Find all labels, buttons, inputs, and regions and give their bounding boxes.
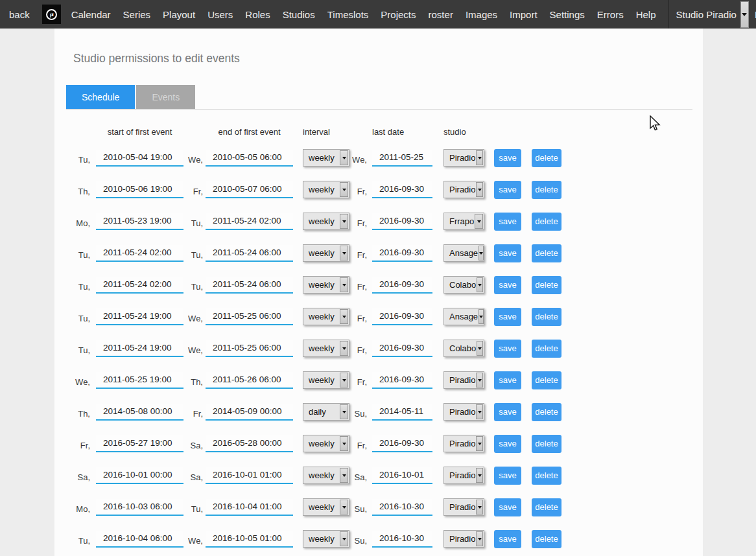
studio-select[interactable]: Ansage	[443, 308, 484, 325]
last-date-input[interactable]	[372, 245, 432, 262]
last-date-input[interactable]	[372, 404, 432, 421]
nav-item-roles[interactable]: Roles	[245, 9, 270, 20]
delete-button[interactable]: delete	[532, 467, 561, 485]
tab-events[interactable]: Events	[136, 85, 195, 109]
start-datetime-input[interactable]	[96, 467, 183, 484]
end-datetime-input[interactable]	[206, 435, 293, 452]
start-datetime-input[interactable]	[96, 213, 183, 230]
studio-select[interactable]: Ansage	[443, 244, 484, 262]
studio-select[interactable]: Piradio	[443, 371, 484, 389]
last-date-input[interactable]	[372, 213, 432, 230]
nav-item-users[interactable]: Users	[207, 9, 233, 20]
save-button[interactable]: save	[494, 244, 521, 262]
delete-button[interactable]: delete	[532, 244, 561, 262]
save-button[interactable]: save	[494, 403, 521, 421]
studio-select[interactable]: Piradio	[443, 403, 484, 421]
interval-select[interactable]: weekly	[303, 244, 349, 262]
interval-select[interactable]: daily	[303, 403, 349, 421]
nav-item-errors[interactable]: Errors	[597, 9, 624, 20]
interval-select[interactable]: weekly	[303, 467, 349, 484]
end-datetime-input[interactable]	[206, 308, 293, 325]
delete-button[interactable]: delete	[532, 371, 561, 389]
nav-item-timeslots[interactable]: Timeslots	[327, 9, 369, 20]
last-date-input[interactable]	[372, 372, 432, 389]
last-date-input[interactable]	[372, 435, 432, 452]
nav-item-series[interactable]: Series	[123, 9, 151, 20]
save-button[interactable]: save	[494, 149, 521, 167]
nav-item-projects[interactable]: Projects	[381, 9, 416, 20]
last-date-input[interactable]	[372, 308, 432, 325]
end-datetime-input[interactable]	[206, 245, 293, 262]
end-datetime-input[interactable]	[206, 404, 293, 421]
save-button[interactable]: save	[494, 308, 521, 326]
studio-select[interactable]: Piradio	[443, 181, 484, 198]
save-button[interactable]: save	[494, 276, 521, 294]
interval-select[interactable]: weekly	[303, 149, 349, 167]
studio-select[interactable]: Piradio	[443, 498, 484, 516]
studio-select[interactable]: Piradio	[443, 149, 484, 167]
delete-button[interactable]: delete	[532, 435, 561, 453]
save-button[interactable]: save	[494, 371, 521, 389]
interval-select[interactable]: weekly	[303, 276, 349, 294]
end-datetime-input[interactable]	[206, 213, 293, 230]
studio-select[interactable]: Piradio	[443, 530, 484, 548]
end-datetime-input[interactable]	[206, 467, 293, 484]
start-datetime-input[interactable]	[96, 531, 183, 548]
end-datetime-input[interactable]	[206, 181, 293, 198]
interval-select[interactable]: weekly	[303, 340, 349, 357]
nav-item-playout[interactable]: Playout	[163, 9, 195, 20]
last-date-input[interactable]	[372, 340, 432, 357]
nav-item-import[interactable]: Import	[510, 9, 537, 20]
studio-select[interactable]: Piradio	[443, 435, 484, 452]
interval-select[interactable]: weekly	[303, 181, 349, 198]
delete-button[interactable]: delete	[532, 403, 561, 421]
start-datetime-input[interactable]	[96, 404, 183, 421]
save-button[interactable]: save	[494, 213, 521, 231]
end-datetime-input[interactable]	[206, 372, 293, 389]
delete-button[interactable]: delete	[532, 149, 561, 167]
delete-button[interactable]: delete	[532, 340, 561, 358]
start-datetime-input[interactable]	[96, 372, 183, 389]
save-button[interactable]: save	[494, 181, 521, 199]
interval-select[interactable]: weekly	[303, 371, 349, 389]
nav-item-settings[interactable]: Settings	[550, 9, 585, 20]
nav-item-help[interactable]: Help	[636, 9, 656, 20]
nav-item-studios[interactable]: Studios	[283, 9, 315, 20]
start-datetime-input[interactable]	[96, 499, 183, 516]
last-date-input[interactable]	[372, 467, 432, 484]
nav-back[interactable]: back	[9, 9, 30, 20]
studio-select[interactable]: Piradio	[443, 467, 484, 484]
save-button[interactable]: save	[494, 340, 521, 358]
start-datetime-input[interactable]	[96, 435, 183, 452]
studio-select[interactable]: Colabo	[443, 276, 484, 294]
save-button[interactable]: save	[494, 530, 521, 548]
last-date-input[interactable]	[372, 531, 432, 548]
last-date-input[interactable]	[372, 277, 432, 294]
save-button[interactable]: save	[494, 498, 521, 516]
studio-select[interactable]: Frrapo	[443, 213, 484, 230]
delete-button[interactable]: delete	[532, 308, 561, 326]
interval-select[interactable]: weekly	[303, 498, 349, 516]
save-button[interactable]: save	[494, 435, 521, 453]
delete-button[interactable]: delete	[532, 181, 561, 199]
interval-select[interactable]: weekly	[303, 213, 349, 230]
delete-button[interactable]: delete	[532, 213, 561, 231]
interval-select[interactable]: weekly	[303, 308, 349, 325]
end-datetime-input[interactable]	[206, 277, 293, 294]
last-date-input[interactable]	[372, 499, 432, 516]
start-datetime-input[interactable]	[96, 340, 183, 357]
chevron-down-icon[interactable]	[740, 1, 749, 28]
nav-item-calendar[interactable]: Calendar	[71, 9, 111, 20]
delete-button[interactable]: delete	[532, 276, 561, 294]
start-datetime-input[interactable]	[96, 181, 183, 198]
start-datetime-input[interactable]	[96, 245, 183, 262]
end-datetime-input[interactable]	[206, 499, 293, 516]
interval-select[interactable]: weekly	[303, 435, 349, 452]
nav-item-images[interactable]: Images	[466, 9, 497, 20]
tab-schedule[interactable]: Schedule	[66, 85, 135, 109]
last-date-input[interactable]	[372, 181, 432, 198]
delete-button[interactable]: delete	[532, 530, 561, 548]
studio-dropdown[interactable]: Studio Piradio	[676, 0, 755, 29]
end-datetime-input[interactable]	[206, 340, 293, 357]
start-datetime-input[interactable]	[96, 150, 183, 167]
